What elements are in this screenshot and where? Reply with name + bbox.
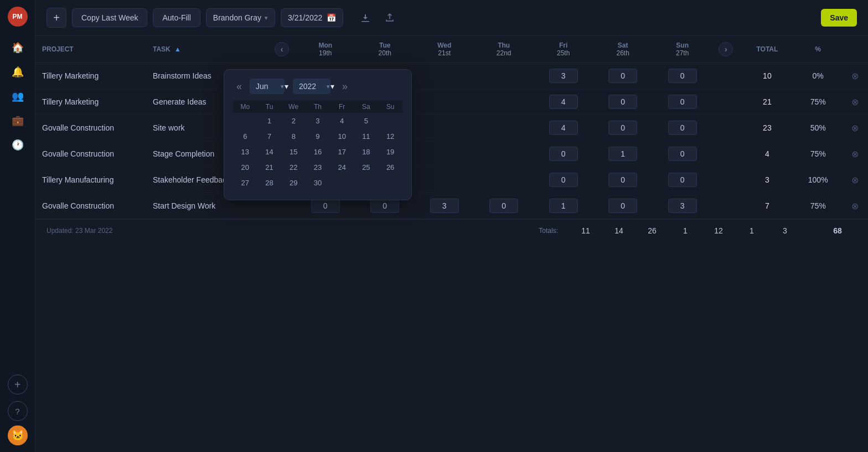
download-button[interactable] [355,8,375,28]
calendar-day[interactable]: 14 [257,144,282,160]
col-nav-left[interactable]: ‹ [268,36,296,63]
calendar-day[interactable]: 2 [281,113,306,129]
calendar-day[interactable]: 17 [330,144,354,160]
remove-row-button[interactable]: ⊗ [848,199,861,212]
cell-sun[interactable] [653,89,712,115]
cell-fri[interactable] [534,167,593,193]
input-sat-row4[interactable] [608,173,637,187]
calendar-day[interactable]: 11 [354,129,379,144]
cell-sun[interactable] [653,167,712,193]
input-fri-row2[interactable] [549,121,578,135]
sidebar-icon-projects[interactable]: 💼 [8,111,28,131]
calendar-day[interactable]: 26 [378,160,402,175]
cell-sun[interactable] [653,141,712,167]
cal-next-button[interactable]: » [339,80,351,93]
input-sat-row3[interactable] [608,147,637,161]
remove-row-button[interactable]: ⊗ [848,121,861,134]
cell-thu[interactable] [474,167,533,193]
cell-wed[interactable] [415,89,474,115]
cell-sun[interactable] [653,193,712,219]
auto-fill-button[interactable]: Auto-Fill [153,8,200,27]
calendar-day[interactable]: 3 [306,113,330,129]
cell-remove[interactable]: ⊗ [841,63,868,89]
cell-remove[interactable]: ⊗ [841,89,868,115]
calendar-day[interactable]: 1 [257,113,282,129]
cell-thu[interactable] [474,141,533,167]
calendar-day[interactable]: 9 [306,129,330,144]
cell-wed[interactable] [415,63,474,89]
cell-thu[interactable] [474,115,533,141]
input-sun-row0[interactable] [668,69,697,83]
sidebar-help-icon[interactable]: ? [8,401,28,421]
cell-thu[interactable] [474,89,533,115]
sidebar-icon-users[interactable]: 👥 [8,86,28,106]
cell-remove[interactable]: ⊗ [841,115,868,141]
sidebar-icon-alerts[interactable]: 🔔 [8,62,28,82]
input-fri-row4[interactable] [549,173,578,187]
calendar-day[interactable]: 10 [330,129,354,144]
calendar-day[interactable]: 28 [257,175,282,191]
app-logo[interactable]: PM [8,7,28,27]
calendar-day[interactable]: 25 [354,160,379,175]
input-sun-row4[interactable] [668,173,697,187]
calendar-day[interactable]: 27 [233,175,257,191]
cell-sat[interactable] [593,141,652,167]
cell-wed[interactable] [415,115,474,141]
cell-remove[interactable]: ⊗ [841,141,868,167]
calendar-day[interactable]: 5 [354,113,379,129]
input-sat-row1[interactable] [608,95,637,109]
input-wed-row5[interactable] [430,199,459,213]
export-button[interactable] [380,8,400,28]
cell-sat[interactable] [593,167,652,193]
sidebar-add-button[interactable]: + [8,375,28,394]
input-sat-row5[interactable] [608,199,637,213]
calendar-day[interactable]: 20 [233,160,257,175]
cell-sat[interactable] [593,115,652,141]
calendar-day[interactable]: 23 [306,160,330,175]
cell-wed[interactable] [415,193,474,219]
input-sat-row0[interactable] [608,69,637,83]
calendar-day[interactable]: 13 [233,144,257,160]
calendar-day[interactable]: 19 [378,144,402,160]
remove-row-button[interactable]: ⊗ [848,69,861,82]
input-fri-row3[interactable] [549,147,578,161]
input-sun-row2[interactable] [668,121,697,135]
cell-fri[interactable] [534,63,593,89]
calendar-day[interactable]: 4 [330,113,354,129]
calendar-day[interactable]: 24 [330,160,354,175]
calendar-day[interactable]: 8 [281,129,306,144]
cell-sat[interactable] [593,63,652,89]
input-tue-row5[interactable] [370,199,399,213]
input-thu-row5[interactable] [489,199,518,213]
col-nav-right[interactable]: › [712,36,740,63]
copy-last-week-button[interactable]: Copy Last Week [72,8,147,27]
cell-fri[interactable] [534,141,593,167]
cal-prev-button[interactable]: « [233,80,245,93]
input-fri-row0[interactable] [549,69,578,83]
nav-right-arrow[interactable]: › [719,42,733,56]
cell-sat[interactable] [593,89,652,115]
calendar-day[interactable]: 7 [257,129,282,144]
remove-row-button[interactable]: ⊗ [848,95,861,108]
calendar-day[interactable]: 15 [281,144,306,160]
calendar-day[interactable]: 21 [257,160,282,175]
input-sat-row2[interactable] [608,121,637,135]
cell-sat[interactable] [593,193,652,219]
calendar-day[interactable]: 18 [354,144,379,160]
nav-left-arrow[interactable]: ‹ [275,42,289,56]
date-picker[interactable]: 3/21/2022 📅 [281,8,343,27]
calendar-day[interactable]: 6 [233,129,257,144]
cell-sun[interactable] [653,63,712,89]
cell-remove[interactable]: ⊗ [841,167,868,193]
remove-row-button[interactable]: ⊗ [848,173,861,186]
input-sun-row1[interactable] [668,95,697,109]
cell-thu[interactable] [474,63,533,89]
cell-fri[interactable] [534,89,593,115]
cell-fri[interactable] [534,115,593,141]
calendar-day[interactable]: 29 [281,175,306,191]
calendar-day[interactable]: 12 [378,129,402,144]
month-select[interactable]: JanFebMarAprMay JunJulAugSepOct NovDec [250,79,285,94]
input-mon-row5[interactable] [311,199,340,213]
input-fri-row5[interactable] [549,199,578,213]
input-fri-row1[interactable] [549,95,578,109]
